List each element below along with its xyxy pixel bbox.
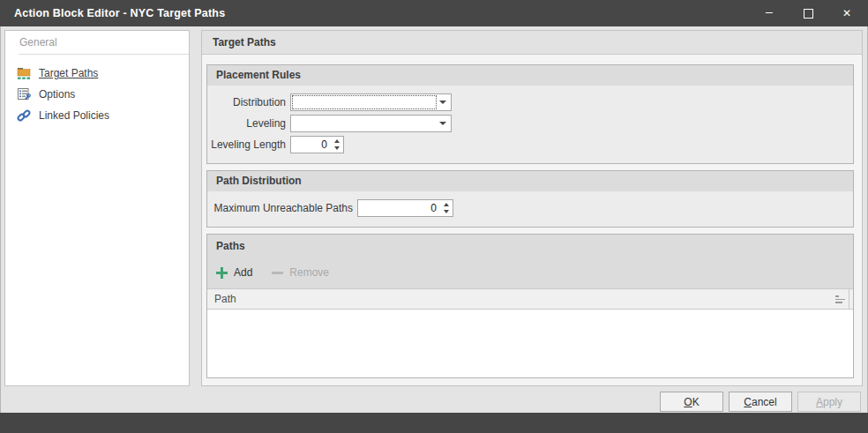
folder-paths-icon bbox=[17, 66, 31, 80]
sidebar-item-label: Options bbox=[39, 88, 75, 101]
paths-group-header: Paths Add Remove bbox=[207, 235, 853, 288]
chain-link-icon bbox=[17, 108, 31, 123]
apply-button-label-rest: pply bbox=[823, 396, 842, 408]
placement-rules-title: Placement Rules bbox=[207, 65, 853, 86]
cancel-button[interactable]: Cancel bbox=[729, 392, 792, 412]
cancel-button-label: C bbox=[744, 396, 752, 408]
apply-button[interactable]: Apply bbox=[797, 392, 861, 412]
distribution-combobox[interactable] bbox=[290, 93, 452, 111]
sort-lines-icon bbox=[835, 295, 845, 303]
paths-table-body[interactable] bbox=[207, 310, 853, 377]
ok-button-label-rest: K bbox=[692, 396, 700, 408]
close-icon: ✕ bbox=[842, 7, 851, 19]
maximize-button[interactable] bbox=[789, 0, 827, 26]
sidebar-items: Target Paths bbox=[5, 55, 189, 126]
path-distribution-group: Path Distribution Maximum Unreachable Pa… bbox=[206, 170, 854, 228]
minus-icon bbox=[272, 272, 283, 274]
leveling-length-stepper[interactable] bbox=[290, 136, 344, 153]
paths-group: Paths Add Remove Path bbox=[206, 234, 854, 378]
ok-button[interactable]: OK bbox=[660, 392, 723, 412]
path-distribution-title: Path Distribution bbox=[207, 171, 853, 191]
distribution-input[interactable] bbox=[291, 96, 438, 108]
stepper-buttons bbox=[439, 200, 453, 216]
cancel-button-label-rest: ancel bbox=[752, 396, 777, 408]
remove-button-label: Remove bbox=[289, 266, 329, 279]
spin-up-icon[interactable] bbox=[444, 203, 449, 206]
sidebar-group-label: General bbox=[5, 31, 189, 55]
max-unreachable-paths-stepper[interactable] bbox=[357, 199, 453, 217]
path-column-header[interactable]: Path bbox=[207, 288, 853, 310]
page-title: Target Paths bbox=[202, 31, 862, 55]
leveling-label: Leveling bbox=[207, 117, 286, 130]
spin-down-icon[interactable] bbox=[334, 146, 340, 150]
options-list-icon bbox=[17, 87, 31, 101]
sidebar-item-label: Target Paths bbox=[39, 67, 98, 79]
paths-title: Paths bbox=[207, 235, 853, 257]
paths-toolbar: Add Remove bbox=[207, 257, 853, 288]
distribution-label: Distribution bbox=[207, 96, 286, 108]
sidebar-item-options[interactable]: Options bbox=[5, 84, 189, 105]
minimize-button[interactable]: – bbox=[750, 0, 789, 26]
sidebar-item-linked-policies[interactable]: Linked Policies bbox=[5, 105, 189, 126]
maximize-icon bbox=[804, 9, 813, 19]
window-title: Action Block Editor - NYC Target Paths bbox=[14, 7, 225, 19]
chevron-down-icon[interactable] bbox=[439, 122, 446, 125]
remove-path-button[interactable]: Remove bbox=[272, 266, 329, 279]
sidebar-item-target-paths[interactable]: Target Paths bbox=[5, 63, 189, 84]
leveling-combobox[interactable] bbox=[290, 115, 452, 132]
stepper-buttons bbox=[330, 137, 343, 153]
leveling-length-label: Leveling Length bbox=[207, 138, 286, 151]
window-controls: – ✕ bbox=[750, 0, 866, 26]
leveling-input[interactable] bbox=[291, 117, 438, 130]
chevron-down-icon[interactable] bbox=[439, 101, 446, 104]
background-strip bbox=[0, 413, 868, 433]
minimize-icon: – bbox=[766, 7, 773, 16]
path-column-label: Path bbox=[214, 293, 236, 305]
placement-rules-group: Placement Rules Distribution Leveling bbox=[206, 64, 854, 164]
main-panel: Target Paths Placement Rules Distributio… bbox=[201, 30, 863, 386]
max-unreachable-paths-label: Maximum Unreachable Paths bbox=[207, 202, 353, 214]
sidebar: General Target Paths bbox=[4, 30, 190, 386]
spin-up-icon[interactable] bbox=[334, 139, 340, 143]
max-unreachable-paths-input[interactable] bbox=[358, 202, 439, 214]
add-path-button[interactable]: Add bbox=[216, 266, 252, 279]
plus-icon bbox=[216, 267, 228, 279]
add-button-label: Add bbox=[234, 266, 252, 279]
titlebar: Action Block Editor - NYC Target Paths –… bbox=[0, 0, 868, 26]
apply-button-label: A bbox=[816, 396, 823, 408]
sidebar-item-label: Linked Policies bbox=[39, 109, 109, 122]
close-button[interactable]: ✕ bbox=[827, 0, 866, 26]
dialog-body: General Target Paths bbox=[0, 26, 868, 413]
ok-button-label: O bbox=[684, 396, 692, 408]
leveling-length-input[interactable] bbox=[291, 138, 330, 151]
spin-down-icon[interactable] bbox=[444, 210, 449, 213]
